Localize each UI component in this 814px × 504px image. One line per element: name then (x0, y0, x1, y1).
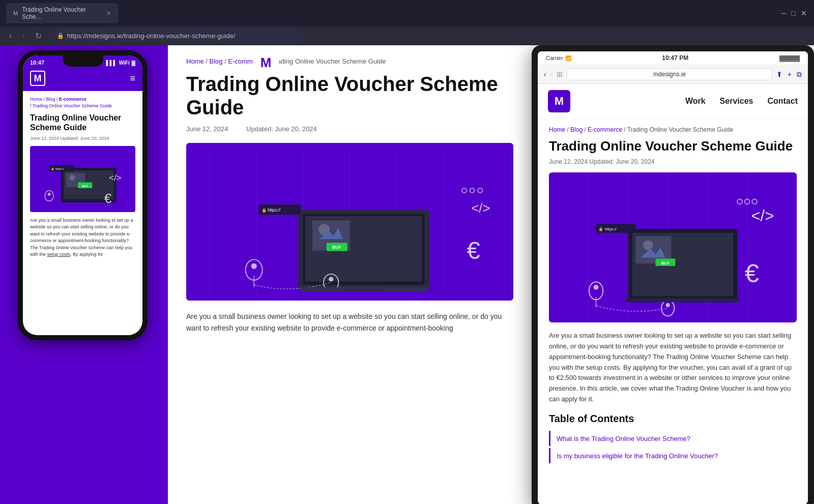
main-content: M Home / Blog / E-commerce / Trading Onl… (0, 45, 814, 504)
reload-button[interactable]: ↻ (32, 30, 45, 42)
window-controls: ─ □ ✕ (781, 9, 807, 17)
tablet-status-bar: Carrier 📶 10:47 PM ▓▓▓▓▓ (538, 51, 808, 65)
breadcrumb-blog[interactable]: Blog (210, 57, 223, 65)
phone-ecommerce-svg: BUY </> € 🔒 https:// (30, 146, 135, 212)
tablet-browser-icons: ⬆ + ⧉ (776, 70, 802, 79)
logo-m: M (260, 55, 272, 71)
phone-wifi-icon: WiFi (119, 60, 130, 66)
phone-article-body: Are you a small business owner looking t… (30, 217, 135, 258)
svg-text:€: € (467, 237, 480, 264)
tab-title: Trading Online Voucher Sche... (22, 6, 102, 20)
svg-text:BUY: BUY (332, 245, 341, 250)
forward-button[interactable]: › (19, 31, 27, 42)
tablet-nav-contact[interactable]: Contact (767, 97, 798, 106)
svg-text:BUY: BUY (661, 261, 670, 265)
svg-text:🔒 https://: 🔒 https:// (51, 167, 64, 171)
tablet-nav-work[interactable]: Work (685, 97, 706, 106)
breadcrumb-home[interactable]: Home (186, 57, 204, 65)
phone-content: Home / Blog / E-commerce / Trading Onlin… (23, 91, 142, 263)
desktop-logo-area: M (253, 49, 279, 76)
tablet-nav-services[interactable]: Services (720, 97, 753, 106)
minimize-button[interactable]: ─ (781, 9, 787, 17)
maximize-button[interactable]: □ (792, 9, 796, 17)
tablet-hero-image: BUY </> € 🔒 https:// (549, 172, 797, 322)
tablet-site-header: M Work Services Contact (538, 84, 808, 119)
tablet-bc-current: Trading Online Voucher Scheme Guide (627, 126, 733, 133)
svg-text:</>: </> (109, 172, 122, 182)
phone-date: June 12, 2024 (30, 136, 59, 141)
tablet-updated: Updated: June 20, 2024 (589, 158, 654, 165)
lock-icon: 🔒 (57, 33, 64, 39)
close-button[interactable]: ✕ (801, 9, 807, 17)
desktop-website: Home / Blog / E-commerce / Trading Onlin… (168, 45, 532, 504)
phone-breadcrumb: Home / Blog / E-commerce / Trading Onlin… (30, 96, 135, 109)
tablet-newtab-icon[interactable]: + (788, 70, 792, 79)
tablet-back-button[interactable]: ‹ (544, 70, 546, 78)
phone-hero-image: BUY </> € 🔒 https:// (30, 146, 135, 212)
tablet-bc-blog[interactable]: Blog (570, 126, 583, 133)
svg-text:🔒 https://: 🔒 https:// (261, 207, 281, 213)
svg-text:€: € (104, 191, 112, 206)
address-bar[interactable]: 🔒 https://mdesigns.ie/trading-online-vou… (49, 29, 303, 42)
phone-mockup: 10:47 ▌▌▌ WiFi ▓ M ≡ Home / Blog / E-com… (18, 50, 148, 340)
back-button[interactable]: ‹ (6, 31, 15, 42)
article-updated-label: Updated: (246, 125, 273, 133)
svg-text:</>: </> (471, 201, 490, 215)
tablet-time: 10:47 PM (662, 54, 688, 62)
svg-point-67 (666, 303, 670, 307)
tablet-bookmarks-button[interactable]: ⊞ (557, 70, 563, 78)
svg-point-21 (251, 263, 257, 269)
tablet-ecommerce-svg: BUY </> € 🔒 https:// (549, 172, 797, 322)
tablet-mockup: Carrier 📶 10:47 PM ▓▓▓▓▓ ‹ › ⊞ mdesigns.… (532, 45, 814, 504)
phone-menu-icon[interactable]: ≡ (130, 73, 135, 84)
tablet-battery: ▓▓▓▓▓ (779, 55, 800, 61)
tablet-carrier: Carrier 📶 (546, 55, 571, 61)
tablet-screen: Carrier 📶 10:47 PM ▓▓▓▓▓ ‹ › ⊞ mdesigns.… (538, 51, 808, 504)
tablet-bc-home[interactable]: Home (549, 126, 565, 133)
tablet-breadcrumb: Home / Blog / E-commerce / Trading Onlin… (549, 126, 797, 133)
tablet-tabs-icon[interactable]: ⧉ (797, 70, 802, 79)
tablet-url-bar[interactable]: mdesigns.ie (567, 68, 772, 80)
phone-screen: 10:47 ▌▌▌ WiFi ▓ M ≡ Home / Blog / E-com… (23, 55, 142, 335)
svg-point-34 (69, 174, 75, 180)
svg-point-64 (594, 285, 599, 290)
tablet-url-text: mdesigns.ie (653, 71, 686, 78)
tablet-date: June 12, 2024 (549, 158, 588, 165)
toc-item-1: What is the Trading Online Voucher Schem… (549, 431, 797, 446)
svg-text:€: € (745, 259, 759, 288)
tablet-wifi-icon: 📶 (565, 55, 571, 61)
ecommerce-illustration: BUY 🔒 https:// </> € (186, 143, 513, 301)
phone-article-meta: June 12, 2024 Updated: June 20, 2024 (30, 136, 135, 141)
phone-battery-icon: ▓ (132, 60, 135, 66)
svg-rect-29 (343, 288, 385, 291)
article-updated-date: June 20, 2024 (275, 125, 316, 133)
tablet-browser-bar: ‹ › ⊞ mdesigns.ie ⬆ + ⧉ (538, 65, 808, 84)
tablet-forward-button[interactable]: › (550, 70, 553, 78)
tablet-article-title: Trading Online Voucher Scheme Guide (549, 138, 797, 154)
browser-tab[interactable]: M Trading Online Voucher Sche... ✕ (6, 3, 118, 23)
svg-text:🔒 https://: 🔒 https:// (598, 226, 617, 231)
desktop-article-content: Home / Blog / E-commerce / Trading Onlin… (168, 45, 532, 346)
tablet-article-content: Home / Blog / E-commerce / Trading Onlin… (538, 119, 808, 472)
svg-text:BUY: BUY (82, 185, 88, 188)
desktop-hero-image: BUY 🔒 https:// </> € (186, 143, 513, 301)
phone-logo: M (30, 71, 45, 86)
article-date: June 12, 2024 (186, 125, 228, 133)
browser-address-row: ‹ › ↻ 🔒 https://mdesigns.ie/trading-onli… (0, 26, 814, 45)
tablet-toc-title: Table of Contents (549, 413, 797, 425)
svg-point-52 (643, 241, 653, 250)
svg-point-24 (329, 277, 333, 281)
desktop-article-body: Are you a small business owner looking t… (186, 311, 513, 334)
toc-link-1[interactable]: What is the Trading Online Voucher Schem… (557, 435, 690, 442)
phone-status-icons: ▌▌▌ WiFi ▓ (106, 60, 135, 66)
tablet-article-body: Are you a small business owner looking t… (549, 331, 797, 405)
desktop-article-title: Trading Online Voucher Scheme Guide (186, 72, 513, 119)
close-tab-button[interactable]: ✕ (106, 10, 111, 17)
tablet-share-icon[interactable]: ⬆ (776, 70, 782, 79)
url-text: https://mdesigns.ie/trading-online-vouch… (67, 32, 236, 40)
toc-link-2[interactable]: Is my business eligible for the Trading … (557, 452, 718, 460)
tablet-bc-category[interactable]: E-commerce (588, 126, 622, 133)
toc-item-2: Is my business eligible for the Trading … (549, 448, 797, 463)
tablet-logo: M (548, 90, 570, 112)
phone-notch (63, 55, 103, 67)
